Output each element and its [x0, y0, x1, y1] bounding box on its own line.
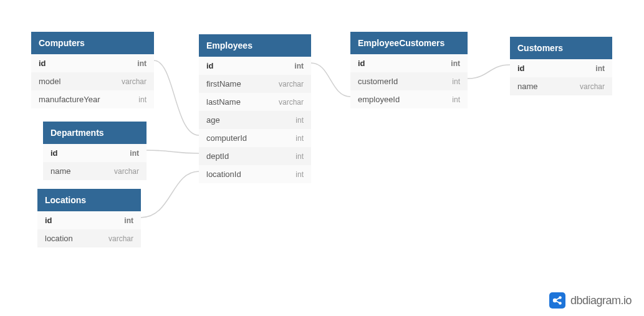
- column-type: int: [124, 216, 133, 225]
- column-name: age: [206, 115, 220, 125]
- column-name: deptId: [206, 151, 229, 161]
- column-name: location: [45, 234, 73, 243]
- column-name: locationId: [206, 170, 241, 179]
- column-name: customerId: [358, 77, 398, 86]
- table-locations[interactable]: Locationsidintlocationvarchar: [37, 189, 141, 247]
- table-customers[interactable]: Customersidintnamevarchar: [510, 37, 612, 95]
- table-column-row[interactable]: idint: [31, 54, 154, 72]
- logo-text: dbdiagram.io: [570, 294, 632, 307]
- logo: dbdiagram.io: [549, 292, 632, 309]
- column-type: varchar: [114, 167, 139, 176]
- table-column-row[interactable]: locationIdint: [199, 165, 311, 183]
- column-name: id: [39, 59, 46, 68]
- column-type: varchar: [108, 234, 133, 243]
- table-column-row[interactable]: idint: [37, 211, 141, 229]
- column-type: int: [452, 95, 460, 104]
- column-type: varchar: [122, 77, 147, 86]
- column-type: varchar: [279, 80, 304, 89]
- column-type: int: [296, 152, 304, 161]
- table-header[interactable]: Departments: [43, 122, 147, 144]
- table-column-row[interactable]: idint: [350, 54, 468, 72]
- column-type: int: [137, 59, 147, 68]
- table-column-row[interactable]: idint: [510, 59, 612, 77]
- column-type: int: [452, 77, 460, 86]
- column-name: id: [45, 216, 52, 225]
- column-type: int: [138, 95, 147, 104]
- table-employees[interactable]: EmployeesidintfirstNamevarcharlastNameva…: [199, 34, 311, 183]
- relationship-line: [468, 65, 510, 79]
- relationship-line: [147, 150, 199, 153]
- table-column-row[interactable]: firstNamevarchar: [199, 75, 311, 93]
- table-column-row[interactable]: modelvarchar: [31, 72, 154, 90]
- column-name: manufactureYear: [39, 95, 100, 104]
- column-name: firstName: [206, 79, 241, 89]
- column-type: int: [294, 62, 304, 70]
- column-type: varchar: [279, 98, 304, 107]
- column-name: model: [39, 77, 60, 86]
- logo-icon: [549, 292, 565, 309]
- table-departments[interactable]: Departmentsidintnamevarchar: [43, 122, 147, 180]
- column-type: varchar: [580, 82, 605, 91]
- table-column-row[interactable]: ageint: [199, 111, 311, 129]
- table-header[interactable]: EmployeeCustomers: [350, 32, 468, 54]
- table-column-row[interactable]: idint: [199, 57, 311, 75]
- table-column-row[interactable]: computerIdint: [199, 129, 311, 147]
- column-name: id: [358, 59, 365, 68]
- table-column-row[interactable]: employeeIdint: [350, 90, 468, 108]
- column-type: int: [296, 134, 304, 143]
- table-header[interactable]: Customers: [510, 37, 612, 59]
- column-type: int: [451, 59, 460, 68]
- column-name: computerId: [206, 133, 247, 143]
- column-name: id: [206, 61, 214, 70]
- column-type: int: [130, 149, 139, 158]
- table-column-row[interactable]: customerIdint: [350, 72, 468, 90]
- column-type: int: [296, 170, 304, 179]
- table-column-row[interactable]: manufactureYearint: [31, 90, 154, 108]
- table-header[interactable]: Locations: [37, 189, 141, 211]
- table-column-row[interactable]: lastNamevarchar: [199, 93, 311, 111]
- column-name: id: [517, 64, 525, 73]
- table-column-row[interactable]: namevarchar: [510, 77, 612, 95]
- table-header[interactable]: Employees: [199, 34, 311, 57]
- column-name: employeeId: [358, 95, 400, 104]
- table-computers[interactable]: ComputersidintmodelvarcharmanufactureYea…: [31, 32, 154, 108]
- relationship-line: [311, 63, 350, 97]
- table-column-row[interactable]: namevarchar: [43, 162, 147, 180]
- relationship-line: [141, 171, 199, 218]
- column-name: name: [517, 82, 538, 91]
- column-type: int: [595, 64, 605, 73]
- column-name: lastName: [206, 97, 241, 107]
- table-column-row[interactable]: idint: [43, 144, 147, 162]
- table-column-row[interactable]: deptIdint: [199, 147, 311, 165]
- table-header[interactable]: Computers: [31, 32, 154, 54]
- column-name: id: [50, 148, 58, 158]
- table-employeecustomers[interactable]: EmployeeCustomersidintcustomerIdintemplo…: [350, 32, 468, 108]
- column-name: name: [50, 166, 71, 176]
- table-column-row[interactable]: locationvarchar: [37, 229, 141, 247]
- column-type: int: [296, 116, 304, 125]
- relationship-line: [154, 60, 199, 135]
